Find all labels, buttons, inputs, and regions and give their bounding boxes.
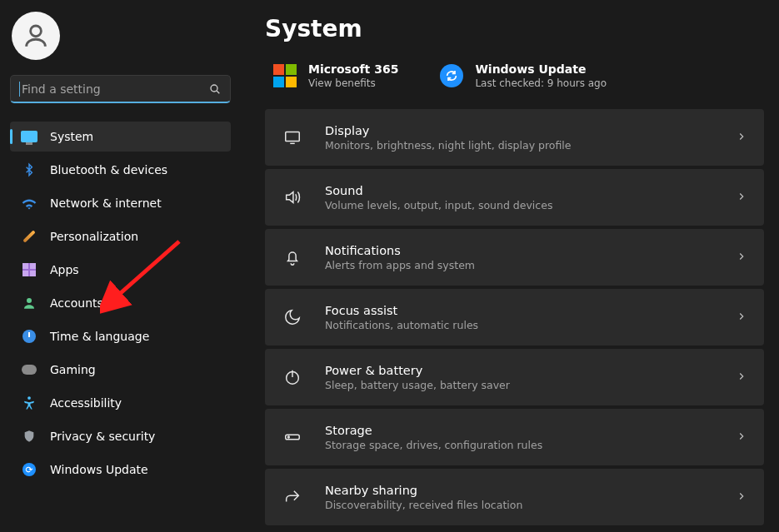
update-icon: ⟳ <box>20 460 38 479</box>
person-icon <box>20 294 38 312</box>
card-sub: Volume levels, output, input, sound devi… <box>325 199 736 211</box>
nav-apps[interactable]: Apps <box>10 255 231 285</box>
info-ms365[interactable]: Microsoft 365 View benefits <box>273 62 398 89</box>
nav-label: System <box>50 130 93 143</box>
card-sub: Monitors, brightness, night light, displ… <box>325 139 736 152</box>
share-icon <box>282 486 303 508</box>
nav-bluetooth[interactable]: Bluetooth & devices <box>10 155 231 185</box>
nav-privacy[interactable]: Privacy & security <box>10 421 231 451</box>
apps-icon <box>20 261 38 279</box>
user-avatar[interactable] <box>12 12 60 60</box>
nav-label: Bluetooth & devices <box>50 163 167 177</box>
nav-label: Privacy & security <box>50 430 155 443</box>
card-power[interactable]: Power & battery Sleep, battery usage, ba… <box>265 349 764 405</box>
info-sub: Last checked: 9 hours ago <box>475 77 607 89</box>
chevron-right-icon <box>736 191 747 205</box>
system-icon <box>20 127 38 146</box>
nav-accounts[interactable]: Accounts <box>10 288 231 318</box>
nav-update[interactable]: ⟳ Windows Update <box>10 455 231 485</box>
card-sub: Discoverability, received files location <box>325 499 736 511</box>
nav-network[interactable]: Network & internet <box>10 188 231 218</box>
search-input[interactable] <box>10 75 231 103</box>
storage-icon <box>282 426 303 448</box>
text-cursor <box>19 82 20 97</box>
gamepad-icon <box>20 360 38 379</box>
nav-label: Accessibility <box>50 396 122 410</box>
card-sub: Sleep, battery usage, battery saver <box>325 379 736 391</box>
main-content: System Microsoft 365 View benefits Windo… <box>250 0 779 532</box>
nav-label: Gaming <box>50 363 96 376</box>
user-icon <box>22 22 50 50</box>
search-field[interactable] <box>22 82 208 96</box>
info-row: Microsoft 365 View benefits Windows Upda… <box>265 62 764 89</box>
card-sub: Storage space, drives, configuration rul… <box>325 439 736 451</box>
search-icon <box>208 82 222 96</box>
svg-point-4 <box>27 396 31 400</box>
card-title: Notifications <box>325 244 736 257</box>
chevron-right-icon <box>736 131 747 145</box>
card-title: Power & battery <box>325 364 736 377</box>
card-title: Sound <box>325 184 736 197</box>
bell-icon <box>282 246 303 268</box>
nav-label: Accounts <box>50 296 103 310</box>
card-nearby[interactable]: Nearby sharing Discoverability, received… <box>265 469 764 525</box>
power-icon <box>282 366 303 388</box>
svg-point-1 <box>211 85 217 92</box>
card-sub: Alerts from apps and system <box>325 259 736 271</box>
settings-cards: Display Monitors, brightness, night ligh… <box>265 109 764 525</box>
card-sound[interactable]: Sound Volume levels, output, input, soun… <box>265 169 764 226</box>
info-windows-update[interactable]: Windows Update Last checked: 9 hours ago <box>440 62 607 89</box>
microsoft-logo-icon <box>273 64 297 87</box>
wifi-icon <box>20 194 38 212</box>
card-sub: Notifications, automatic rules <box>325 319 736 331</box>
shield-icon <box>20 427 38 445</box>
windows-update-icon <box>440 64 463 87</box>
nav-personalization[interactable]: Personalization <box>10 221 231 251</box>
moon-icon <box>282 306 303 328</box>
nav-accessibility[interactable]: Accessibility <box>10 388 231 418</box>
nav-label: Apps <box>50 263 79 276</box>
bluetooth-icon <box>20 161 38 179</box>
brush-icon <box>20 227 38 246</box>
chevron-right-icon <box>736 490 747 505</box>
nav-label: Personalization <box>50 230 138 243</box>
info-sub: View benefits <box>308 77 398 89</box>
svg-point-0 <box>31 26 42 37</box>
card-title: Display <box>325 124 736 137</box>
svg-point-3 <box>27 298 32 303</box>
card-notifications[interactable]: Notifications Alerts from apps and syste… <box>265 229 764 286</box>
info-title: Windows Update <box>475 62 607 76</box>
chevron-right-icon <box>736 251 747 265</box>
nav-label: Network & internet <box>50 196 162 210</box>
sidebar: System Bluetooth & devices Network & int… <box>0 0 250 532</box>
nav-label: Windows Update <box>50 463 148 476</box>
page-title: System <box>265 15 764 42</box>
card-storage[interactable]: Storage Storage space, drives, configura… <box>265 409 764 465</box>
clock-icon <box>20 327 38 346</box>
chevron-right-icon <box>736 430 747 445</box>
chevron-right-icon <box>736 370 747 385</box>
card-focus[interactable]: Focus assist Notifications, automatic ru… <box>265 289 764 346</box>
sound-icon <box>282 186 303 208</box>
nav-list: System Bluetooth & devices Network & int… <box>10 122 240 485</box>
card-title: Nearby sharing <box>325 484 736 497</box>
card-title: Storage <box>325 424 736 437</box>
card-title: Focus assist <box>325 304 736 317</box>
info-title: Microsoft 365 <box>308 62 398 76</box>
nav-label: Time & language <box>50 330 149 343</box>
svg-line-2 <box>217 91 219 93</box>
accessibility-icon <box>20 394 38 412</box>
nav-time[interactable]: Time & language <box>10 321 231 351</box>
card-display[interactable]: Display Monitors, brightness, night ligh… <box>265 109 764 166</box>
nav-gaming[interactable]: Gaming <box>10 355 231 385</box>
display-icon <box>282 127 303 148</box>
svg-rect-5 <box>286 132 300 142</box>
svg-point-10 <box>288 436 290 438</box>
chevron-right-icon <box>736 311 747 325</box>
nav-system[interactable]: System <box>10 122 231 152</box>
